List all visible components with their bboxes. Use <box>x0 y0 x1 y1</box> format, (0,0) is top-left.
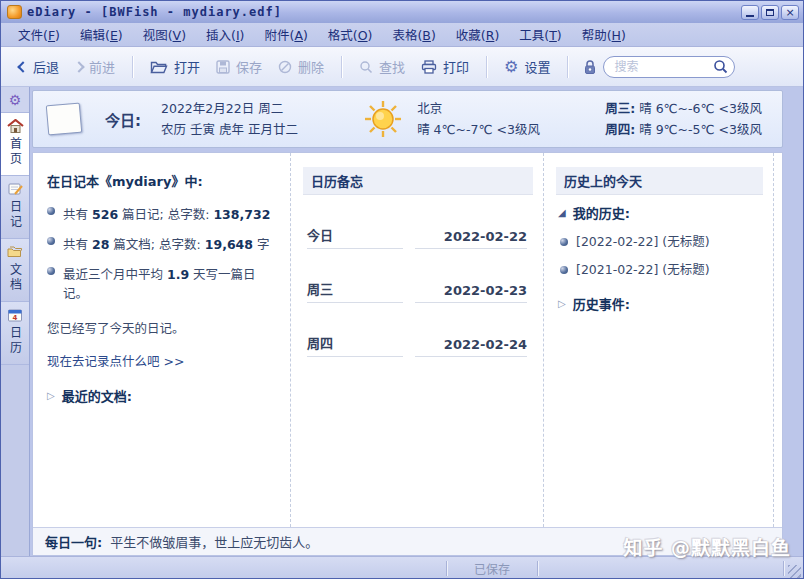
sidebar-tab-diary[interactable]: 日记 <box>1 176 29 239</box>
search-icon[interactable] <box>713 59 728 74</box>
date-weather-bar: 今日: 2022年2月22日 周二 农历 壬寅 虎年 正月廿二 北京 晴 4℃~… <box>32 90 783 148</box>
menu-favorites[interactable]: 收藏(R) <box>447 23 508 46</box>
sidebar: ⚙ 首页 日记 文档 4 日历 <box>1 87 30 556</box>
memo-title: 日历备忘 <box>303 167 533 195</box>
save-button[interactable]: 保存 <box>208 53 270 80</box>
sphere-bullet-icon <box>47 207 55 215</box>
tree-collapsed-icon: ▷ <box>558 298 566 309</box>
delete-icon <box>278 60 292 74</box>
folders-icon <box>6 245 24 259</box>
tree-expanded-icon: ◢ <box>558 207 566 218</box>
quote-label: 每日一句: <box>45 532 102 551</box>
chevron-left-icon <box>17 61 28 72</box>
titlebar: eDiary - [BWFish - mydiary.edf] × <box>1 1 803 23</box>
forward-button[interactable]: 前进 <box>67 53 123 80</box>
gear-icon: ⚙ <box>9 92 22 108</box>
toolbar-separator <box>132 56 133 78</box>
saved-status: 已保存 <box>447 560 537 577</box>
toolbar-separator <box>567 56 568 78</box>
toolbar: 后退 前进 打开 保存 删除 查找 打印 ⚙ 设置 <box>1 47 803 87</box>
history-events-label: 历史事件: <box>573 294 630 313</box>
close-button[interactable]: × <box>781 5 799 20</box>
my-history-label: 我的历史: <box>573 203 630 222</box>
history-title: 历史上的今天 <box>556 167 763 195</box>
sphere-bullet-icon <box>560 266 568 274</box>
printer-icon <box>421 60 437 74</box>
daily-quote-bar: 每日一句: 平生不做皱眉事，世上应无切齿人。 <box>33 527 782 555</box>
menu-format[interactable]: 格式(O) <box>319 23 382 46</box>
window-controls: × <box>741 5 799 20</box>
recent-docs-node[interactable]: ▷ 最近的文档: <box>47 386 280 405</box>
resize-grip[interactable] <box>788 565 801 578</box>
window-body: ⚙ 首页 日记 文档 4 日历 今日: <box>1 87 803 556</box>
stat-item-diaries: 共有 526 篇日记; 总字数: 138,732 <box>47 204 280 223</box>
today-date: 2022年2月22日 周二 农历 壬寅 虎年 正月廿二 <box>161 98 298 141</box>
columns: 在日记本《mydiary》中: 共有 526 篇日记; 总字数: 138,732… <box>33 153 782 527</box>
statusbar: 已保存 <box>1 556 803 579</box>
menu-view[interactable]: 视图(V) <box>134 23 195 46</box>
sidebar-tab-home[interactable]: 首页 <box>1 113 29 176</box>
folder-open-icon <box>150 60 168 74</box>
forecast-wed: 周三: 晴 6℃~-6℃ <3级风 <box>605 98 762 119</box>
stats-title: 在日记本《mydiary》中: <box>47 171 280 190</box>
back-button[interactable]: 后退 <box>11 53 67 80</box>
minimize-icon <box>746 15 754 17</box>
written-today-text: 您已经写了今天的日记。 <box>47 318 280 337</box>
svg-text:4: 4 <box>13 314 18 322</box>
menu-help[interactable]: 帮助(H) <box>573 23 635 46</box>
find-button[interactable]: 查找 <box>351 53 413 80</box>
sidebar-tab-label: 文档 <box>7 263 24 293</box>
history-events-node[interactable]: ▷ 历史事件: <box>558 294 763 313</box>
history-entry[interactable]: [2021-02-22] (无标题) <box>560 259 763 278</box>
menu-insert[interactable]: 插入(I) <box>197 23 253 46</box>
sidebar-tab-documents[interactable]: 文档 <box>1 239 29 302</box>
today-label: 今日: <box>105 109 141 130</box>
date-line2: 农历 壬寅 虎年 正月廿二 <box>161 119 298 140</box>
main-panel: 在日记本《mydiary》中: 共有 526 篇日记; 总字数: 138,732… <box>32 152 783 556</box>
recent-docs-label: 最近的文档: <box>62 386 132 405</box>
sun-icon <box>363 99 403 139</box>
memo-row[interactable]: 今日 2022-02-22 <box>307 225 527 249</box>
sidebar-gear-tab[interactable]: ⚙ <box>1 87 29 113</box>
gear-icon: ⚙ <box>504 59 518 75</box>
stats-column: 在日记本《mydiary》中: 共有 526 篇日记; 总字数: 138,732… <box>33 153 291 527</box>
my-history-node[interactable]: ◢ 我的历史: <box>558 203 763 222</box>
settings-button[interactable]: ⚙ 设置 <box>496 53 558 80</box>
write-now-link[interactable]: 现在去记录点什么吧 >> <box>47 351 280 370</box>
sidebar-tab-label: 日历 <box>7 326 24 356</box>
sidebar-tab-label: 首页 <box>7 137 24 167</box>
menu-table[interactable]: 表格(B) <box>383 23 444 46</box>
menu-edit[interactable]: 编辑(E) <box>71 23 132 46</box>
calendar-page-icon <box>46 103 82 136</box>
history-entry[interactable]: [2022-02-22] (无标题) <box>560 231 763 250</box>
sphere-bullet-icon <box>560 238 568 246</box>
memo-row[interactable]: 周四 2022-02-24 <box>307 333 527 357</box>
history-column: 历史上的今天 ◢ 我的历史: [2022-02-22] (无标题) [2021-… <box>544 153 774 527</box>
sidebar-tab-calendar[interactable]: 4 日历 <box>1 302 29 365</box>
memo-row[interactable]: 周三 2022-02-23 <box>307 279 527 303</box>
floppy-save-icon <box>216 60 230 74</box>
search-input[interactable] <box>614 60 713 74</box>
quote-text: 平生不做皱眉事，世上应无切齿人。 <box>110 532 318 551</box>
maximize-icon <box>766 9 774 16</box>
maximize-button[interactable] <box>761 5 779 20</box>
calendar-icon: 4 <box>7 308 23 322</box>
memo-column: 日历备忘 今日 2022-02-22 周三 2022-02-23 周四 2022… <box>291 153 544 527</box>
status-separator <box>537 561 538 576</box>
city-weather: 北京 晴 4℃~-7℃ <3级风 <box>417 98 540 141</box>
open-button[interactable]: 打开 <box>142 53 208 80</box>
sphere-bullet-icon <box>47 267 55 275</box>
sphere-bullet-icon <box>47 237 55 245</box>
print-button[interactable]: 打印 <box>413 53 477 80</box>
app-icon <box>7 5 22 19</box>
minimize-button[interactable] <box>741 5 759 20</box>
menu-tools[interactable]: 工具(T) <box>510 23 570 46</box>
status-separator <box>783 561 784 576</box>
stat-item-frequency: 最近三个月中平均 1.9 天写一篇日记。 <box>47 264 280 302</box>
find-magnifier-icon <box>359 60 373 74</box>
menu-attachment[interactable]: 附件(A) <box>255 23 316 46</box>
stat-item-documents: 共有 28 篇文档; 总字数: 19,648 字 <box>47 234 280 253</box>
delete-button[interactable]: 删除 <box>270 53 332 80</box>
menu-file[interactable]: 文件(F) <box>9 23 69 46</box>
date-line1: 2022年2月22日 周二 <box>161 98 298 119</box>
